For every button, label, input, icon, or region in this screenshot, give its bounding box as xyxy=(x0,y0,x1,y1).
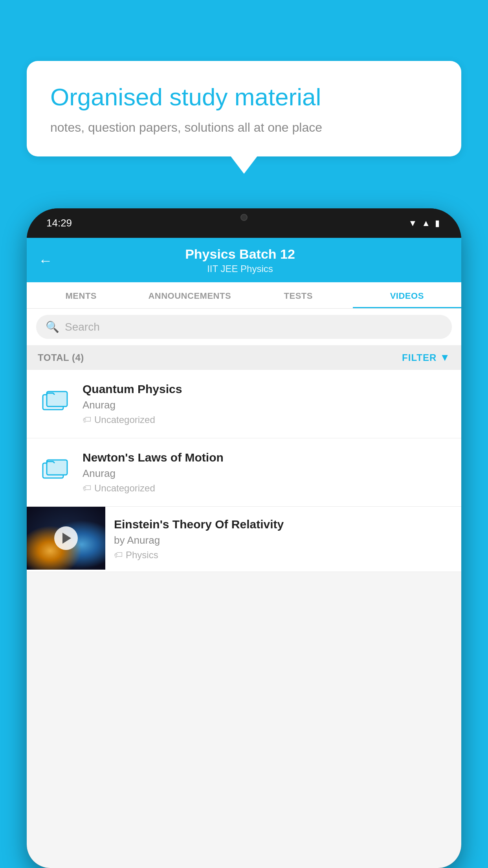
svg-rect-3 xyxy=(47,460,67,475)
signal-icon: ▲ xyxy=(422,218,430,228)
item-icon-wrap xyxy=(38,383,73,418)
item-author: Anurag xyxy=(83,399,450,411)
bubble-subtitle: notes, question papers, solutions all at… xyxy=(50,120,438,135)
app-screen: ← Physics Batch 12 IIT JEE Physics MENTS… xyxy=(27,238,461,868)
video-author: by Anurag xyxy=(114,534,453,546)
play-button[interactable] xyxy=(54,526,78,550)
item-icon-wrap xyxy=(38,451,73,486)
play-icon xyxy=(62,533,71,544)
folder-icon xyxy=(41,454,70,483)
video-list: Quantum Physics Anurag 🏷 Uncategorized xyxy=(27,370,461,572)
tag-icon: 🏷 xyxy=(83,415,91,425)
search-placeholder[interactable]: Search xyxy=(65,321,100,333)
app-header: ← Physics Batch 12 IIT JEE Physics xyxy=(27,238,461,282)
tag-label: Physics xyxy=(126,550,158,561)
svg-rect-1 xyxy=(47,392,67,406)
status-bar: 14:29 ▼ ▲ ▮ xyxy=(27,208,461,238)
item-info: Quantum Physics Anurag 🏷 Uncategorized xyxy=(83,383,450,425)
folder-icon xyxy=(41,386,70,414)
header-subtitle: IIT JEE Physics xyxy=(61,263,420,274)
wifi-icon: ▼ xyxy=(408,218,417,228)
filter-bar: TOTAL (4) FILTER ▼ xyxy=(27,345,461,370)
video-tag: 🏷 Physics xyxy=(114,550,453,561)
header-title: Physics Batch 12 xyxy=(61,246,420,262)
search-container: 🔍 Search xyxy=(27,309,461,345)
video-info: Einstein's Theory Of Relativity by Anura… xyxy=(105,507,461,572)
tag-label: Uncategorized xyxy=(94,483,155,494)
filter-button[interactable]: FILTER ▼ xyxy=(402,351,450,364)
tab-tests[interactable]: TESTS xyxy=(244,282,353,308)
item-title: Newton's Laws of Motion xyxy=(83,451,450,464)
tabs-bar: MENTS ANNOUNCEMENTS TESTS VIDEOS xyxy=(27,282,461,309)
camera-dot xyxy=(240,214,248,221)
item-tag: 🏷 Uncategorized xyxy=(83,414,450,425)
status-icons: ▼ ▲ ▮ xyxy=(408,218,440,228)
tab-videos[interactable]: VIDEOS xyxy=(353,282,462,308)
video-title: Einstein's Theory Of Relativity xyxy=(114,518,453,531)
tab-announcements[interactable]: ANNOUNCEMENTS xyxy=(136,282,244,308)
search-bar[interactable]: 🔍 Search xyxy=(36,315,452,339)
item-info: Newton's Laws of Motion Anurag 🏷 Uncateg… xyxy=(83,451,450,494)
phone-frame: 14:29 ▼ ▲ ▮ ← Physics Batch 12 IIT JEE P… xyxy=(27,208,461,868)
tag-label: Uncategorized xyxy=(94,414,155,425)
total-count: TOTAL (4) xyxy=(38,352,84,363)
header-center: Physics Batch 12 IIT JEE Physics xyxy=(61,246,420,274)
video-thumbnail xyxy=(27,507,105,570)
tab-ments[interactable]: MENTS xyxy=(27,282,136,308)
list-item[interactable]: Quantum Physics Anurag 🏷 Uncategorized xyxy=(27,370,461,438)
item-title: Quantum Physics xyxy=(83,383,450,396)
tag-icon: 🏷 xyxy=(83,483,91,493)
search-icon: 🔍 xyxy=(46,320,59,333)
battery-icon: ▮ xyxy=(435,218,440,228)
filter-label: FILTER xyxy=(402,352,437,363)
item-author: Anurag xyxy=(83,467,450,480)
back-button[interactable]: ← xyxy=(39,252,53,269)
video-item[interactable]: Einstein's Theory Of Relativity by Anura… xyxy=(27,507,461,572)
speech-bubble: Organised study material notes, question… xyxy=(27,61,461,156)
phone-notch xyxy=(220,208,268,226)
list-item[interactable]: Newton's Laws of Motion Anurag 🏷 Uncateg… xyxy=(27,438,461,507)
filter-icon: ▼ xyxy=(440,351,450,364)
bubble-title: Organised study material xyxy=(50,83,438,112)
item-tag: 🏷 Uncategorized xyxy=(83,483,450,494)
status-time: 14:29 xyxy=(46,217,72,229)
tag-icon: 🏷 xyxy=(114,550,123,560)
